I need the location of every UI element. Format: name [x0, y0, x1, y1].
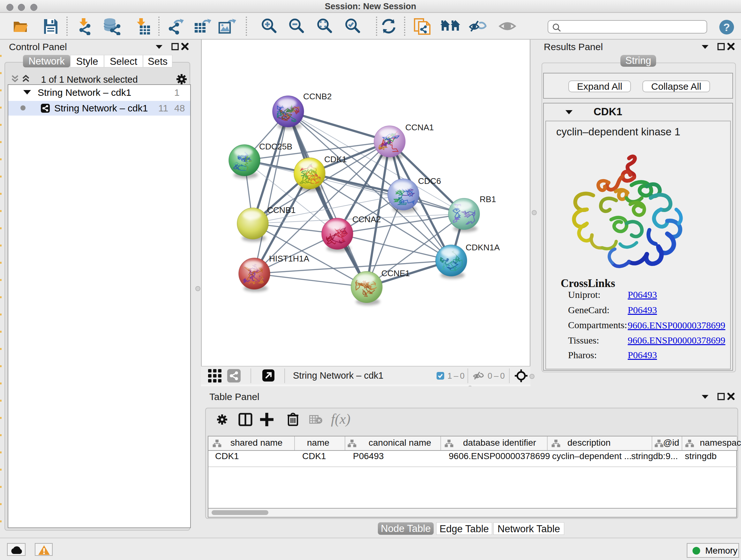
- svg-text:CCNB2: CCNB2: [303, 91, 332, 101]
- svg-text:CDC6: CDC6: [418, 176, 441, 186]
- svg-text:CDK1: CDK1: [324, 154, 347, 164]
- svg-text:CCNA1: CCNA1: [405, 123, 434, 132]
- svg-text:CCNE1: CCNE1: [381, 268, 410, 278]
- svg-text:CDC25B: CDC25B: [259, 142, 292, 151]
- svg-text:RB1: RB1: [480, 194, 496, 204]
- svg-text:HIST1H1A: HIST1H1A: [269, 254, 310, 263]
- svg-text:CDKN1A: CDKN1A: [466, 243, 500, 252]
- svg-text:CCNA2: CCNA2: [352, 214, 381, 224]
- svg-text:CCNB1: CCNB1: [267, 205, 295, 215]
